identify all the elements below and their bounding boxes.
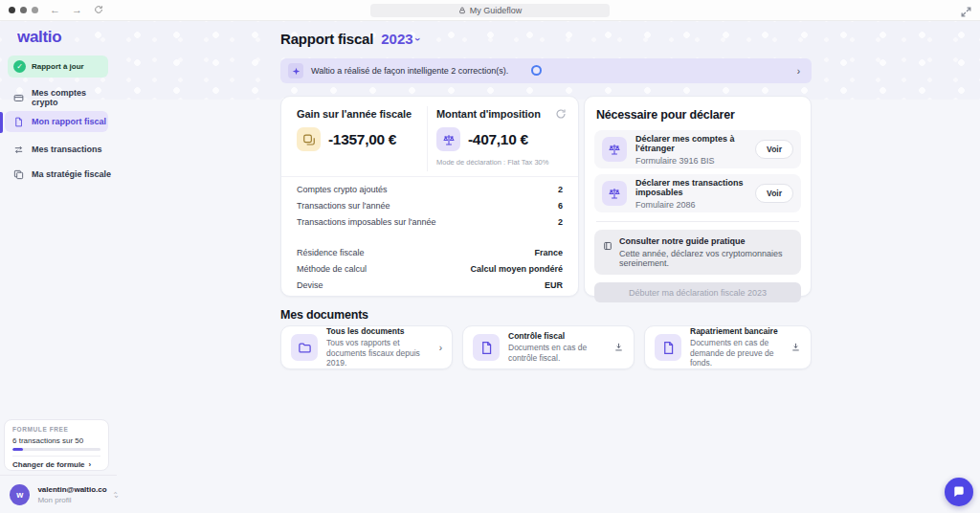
reload-icon[interactable]	[94, 5, 103, 16]
address-bar[interactable]: My Guideflow	[370, 4, 610, 17]
fiscal-summary-card: Gain sur l'année fiscale Montant d'impos…	[280, 96, 579, 297]
stat-row: Devise EUR	[281, 277, 578, 293]
stat-label: Transactions sur l'année	[297, 201, 390, 211]
file-icon	[655, 334, 681, 361]
plan-usage: 6 transactions sur 50	[12, 436, 100, 445]
doc-card-rapatriement-bancaire[interactable]: Rapatriement bancaire Documents en cas d…	[644, 325, 812, 369]
scales-icon	[602, 181, 627, 206]
status-badge-label: Rapport à jour	[32, 62, 84, 71]
declare-item-title: Déclarer mes transactions imposables	[635, 178, 755, 197]
declare-item-subtitle: Formulaire 3916 BIS	[635, 156, 755, 166]
guide-text: Consulter notre guide pratique Cette ann…	[619, 236, 792, 268]
coins-icon	[297, 127, 321, 151]
profile-text: valentin@waltio.co Mon profil	[37, 485, 106, 504]
swap-arrows-icon	[13, 145, 24, 155]
chevron-updown-icon: › ›	[115, 491, 117, 499]
year-value: 2023	[381, 31, 412, 47]
doc-card-desc: Documents en cas de demande de preuve de…	[690, 338, 787, 368]
guide-title: Consulter notre guide pratique	[619, 236, 792, 246]
declare-item-comptes-etranger: Déclarer mes comptes à l'étranger Formul…	[594, 130, 801, 168]
doc-card-controle-fiscal[interactable]: Contrôle fiscal Documents en cas de cont…	[462, 325, 635, 369]
year-selector[interactable]: 2023 ›	[381, 31, 419, 47]
waltio-logo: waltio	[17, 28, 61, 47]
scales-icon	[602, 137, 627, 162]
divider	[596, 221, 799, 222]
window-dot[interactable]	[32, 7, 38, 13]
stat-value: EUR	[545, 280, 563, 290]
address-text: My Guideflow	[470, 6, 523, 15]
sidebar-item-label: Mon rapport fiscal	[32, 117, 106, 126]
stat-label: Méthode de calcul	[297, 264, 367, 274]
sidebar-item-strategie-fiscale[interactable]: Ma stratégie fiscale	[0, 165, 115, 184]
sidebar-item-comptes-crypto[interactable]: Mes comptes crypto	[0, 88, 115, 107]
sidebar-item-label: Mes comptes crypto	[32, 88, 115, 107]
download-icon[interactable]	[613, 342, 624, 354]
status-badge: ✓ Rapport à jour	[8, 56, 108, 78]
chevron-right-icon: ›	[89, 460, 92, 469]
plan-name: FORMULE FREE	[12, 426, 100, 433]
window-dot[interactable]	[20, 7, 27, 13]
stat-value: 2	[558, 185, 563, 194]
forward-icon[interactable]: →	[72, 5, 82, 15]
profile-email: valentin@waltio.co	[37, 485, 106, 494]
sidebar-item-label: Mes transactions	[32, 145, 102, 154]
change-plan-link[interactable]: Changer de formule ›	[12, 460, 100, 469]
doc-card-desc: Tous vos rapports et documents fiscaux d…	[326, 338, 435, 368]
declare-title: Nécessaire pour déclarer	[596, 108, 801, 122]
declare-card: Nécessaire pour déclarer Déclarer mes co…	[584, 96, 812, 297]
doc-card-title: Rapatriement bancaire	[690, 326, 787, 336]
doc-card-tous-les-documents[interactable]: Tous les documents Tous vos rapports et …	[280, 325, 453, 369]
window-dot[interactable]	[9, 7, 15, 13]
stat-label: Comptes crypto ajoutés	[297, 185, 388, 194]
window-controls[interactable]	[9, 7, 38, 13]
chat-button[interactable]	[945, 478, 973, 506]
avatar: w	[10, 484, 30, 505]
profile-menu[interactable]: w valentin@waltio.co Mon profil › ›	[0, 475, 117, 513]
divider	[281, 176, 578, 177]
spacer	[281, 230, 578, 244]
check-icon: ✓	[13, 60, 26, 73]
click-indicator	[531, 65, 542, 76]
tax-value: -407,10 €	[468, 131, 528, 148]
app-body: waltio ✓ Rapport à jour Mes comptes cryp…	[0, 21, 980, 513]
divider	[12, 456, 100, 457]
scales-icon	[436, 127, 460, 151]
doc-card-desc: Documents en cas de contrôle fiscal.	[508, 343, 610, 363]
sidebar-item-rapport-fiscal[interactable]: Mon rapport fiscal	[5, 111, 108, 132]
doc-card-text: Tous les documents Tous vos rapports et …	[326, 326, 435, 368]
voir-button[interactable]: Voir	[755, 184, 793, 203]
documents-title: Mes documents	[280, 308, 368, 322]
ai-corrections-banner[interactable]: Waltio a réalisé de façon intelligente 2…	[280, 58, 812, 83]
doc-card-text: Rapatriement bancaire Documents en cas d…	[690, 326, 787, 368]
wallet-icon	[13, 93, 24, 103]
refresh-icon[interactable]	[555, 106, 567, 118]
lock-icon	[458, 7, 466, 14]
stat-label: Résidence fiscale	[297, 248, 365, 257]
chevron-right-icon: ›	[797, 66, 800, 77]
plan-box: FORMULE FREE 6 transactions sur 50 Chang…	[4, 419, 109, 471]
copy-documents-icon	[13, 169, 24, 180]
doc-card-title: Tous les documents	[326, 326, 435, 336]
stat-row: Comptes crypto ajoutés 2	[281, 181, 578, 197]
declare-item-text: Déclarer mes comptes à l'étranger Formul…	[635, 134, 755, 166]
profile-label: Mon profil	[37, 496, 106, 504]
download-icon[interactable]	[791, 342, 801, 354]
gain-label: Gain sur l'année fiscale	[297, 108, 412, 120]
chat-bubble-icon	[952, 485, 966, 499]
stat-value: 2	[558, 217, 563, 227]
page-header: Rapport fiscal 2023 ›	[280, 31, 419, 47]
tax-label: Montant d'imposition	[436, 108, 541, 120]
start-declaration-button[interactable]: Débuter ma déclaration fiscale 2023	[594, 282, 801, 302]
guide-box[interactable]: Consulter notre guide pratique Cette ann…	[594, 230, 801, 275]
tax-note: Mode de déclaration : Flat Tax 30%	[436, 158, 548, 167]
stats-list: Comptes crypto ajoutés 2 Transactions su…	[281, 181, 578, 293]
sidebar-item-transactions[interactable]: Mes transactions	[0, 140, 115, 159]
stat-row: Transactions sur l'année 6	[281, 197, 578, 213]
sparkle-icon	[288, 63, 303, 78]
voir-button[interactable]: Voir	[755, 140, 793, 159]
stat-value: 6	[558, 201, 563, 211]
sidebar-item-label: Ma stratégie fiscale	[32, 169, 111, 179]
back-icon[interactable]: ←	[50, 5, 60, 15]
sidebar-menu: Mes comptes crypto Mon rapport fiscal Me…	[0, 88, 115, 184]
fullscreen-icon[interactable]	[960, 5, 972, 17]
